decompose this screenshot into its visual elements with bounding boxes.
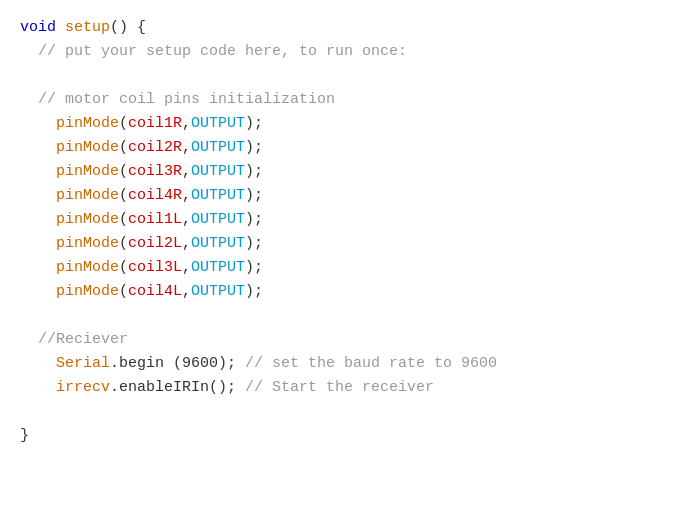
code-line: irrecv.enableIRIn(); // Start the receiv… bbox=[20, 376, 661, 400]
code-line: pinMode(coil2R,OUTPUT); bbox=[20, 136, 661, 160]
code-content: void setup() { // put your setup code he… bbox=[20, 16, 661, 448]
code-line: } bbox=[20, 424, 661, 448]
code-line: pinMode(coil1L,OUTPUT); bbox=[20, 208, 661, 232]
code-line: pinMode(coil3R,OUTPUT); bbox=[20, 160, 661, 184]
code-line: pinMode(coil4R,OUTPUT); bbox=[20, 184, 661, 208]
code-editor: void setup() { // put your setup code he… bbox=[0, 0, 681, 512]
code-line: //Reciever bbox=[20, 328, 661, 352]
code-line: Serial.begin (9600); // set the baud rat… bbox=[20, 352, 661, 376]
code-line: pinMode(coil3L,OUTPUT); bbox=[20, 256, 661, 280]
code-line bbox=[20, 64, 661, 88]
code-line: pinMode(coil2L,OUTPUT); bbox=[20, 232, 661, 256]
code-line: // motor coil pins initialization bbox=[20, 88, 661, 112]
code-line bbox=[20, 304, 661, 328]
code-line: // put your setup code here, to run once… bbox=[20, 40, 661, 64]
code-line: pinMode(coil4L,OUTPUT); bbox=[20, 280, 661, 304]
code-line bbox=[20, 400, 661, 424]
code-line: void setup() { bbox=[20, 16, 661, 40]
code-line: pinMode(coil1R,OUTPUT); bbox=[20, 112, 661, 136]
